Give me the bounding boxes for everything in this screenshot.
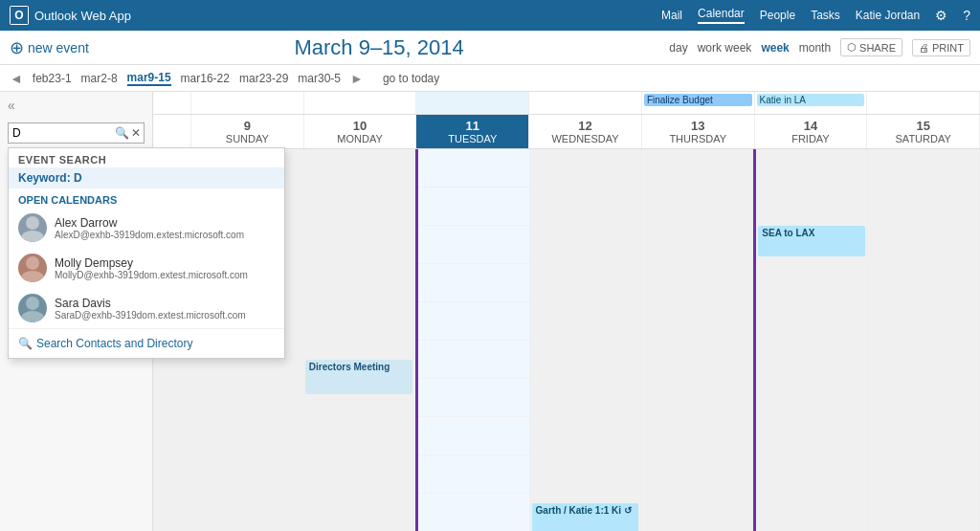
view-day[interactable]: day	[669, 41, 687, 55]
range-mar30[interactable]: mar30-5	[298, 72, 341, 85]
contact-avatar-sara	[18, 294, 47, 322]
view-month[interactable]: month	[799, 41, 831, 55]
go-today-button[interactable]: go to today	[383, 72, 439, 85]
day-col-thursday[interactable]: Marketing Sync Titan Robin Counts Handof…	[641, 149, 753, 531]
svg-point-3	[21, 231, 44, 242]
print-icon: 🖨	[919, 42, 929, 54]
day-num-10: 10	[306, 119, 414, 133]
user-name[interactable]: Katie Jordan	[856, 9, 920, 22]
day-col-saturday[interactable]	[868, 149, 980, 531]
nav-row: ◄ feb23-1 mar2-8 mar9-15 mar16-22 mar23-…	[0, 65, 980, 92]
event-sea-to-lax[interactable]: SEA to LAX	[758, 226, 865, 256]
keyword-value: D	[74, 171, 82, 185]
time-slot-7	[153, 417, 191, 455]
settings-icon[interactable]: ⚙	[935, 8, 947, 23]
contact-alex-darrow[interactable]: Alex Darrow AlexD@exhb-3919dom.extest.mi…	[9, 208, 284, 248]
share-icon: ⬡	[847, 41, 857, 54]
svg-point-2	[26, 216, 39, 230]
range-mar9[interactable]: mar9-15	[127, 71, 171, 86]
prev-arrow[interactable]: ◄	[10, 71, 23, 86]
event-search-label: EVENT SEARCH	[9, 148, 284, 167]
main-layout: « 🔍 ✕ EVENT SEARCH Keyword: D OPEN CALEN…	[0, 92, 980, 531]
contact-email-alex: AlexD@exhb-3919dom.extest.microsoft.com	[55, 230, 244, 240]
allday-event-katie-in-la[interactable]: Katie in LA	[757, 94, 865, 106]
sub-header: ⊕ new event March 9–15, 2014 day work we…	[0, 31, 980, 65]
view-workweek[interactable]: work week	[698, 41, 752, 55]
share-button[interactable]: ⬡ SHARE	[840, 38, 902, 56]
range-feb23[interactable]: feb23-1	[33, 72, 72, 85]
day-col-wednesday[interactable]: Garth / Katie 1:1 Ki ↺ Northwind Team Lu…	[530, 149, 642, 531]
day-header-thursday: 13 THURSDAY	[642, 115, 755, 148]
search-contacts-link[interactable]: 🔍 Search Contacts and Directory	[9, 328, 284, 358]
day-col-friday[interactable]: SEA to LAX Northwind Team Lun Cafe Robin…	[753, 149, 868, 531]
svg-point-6	[26, 297, 39, 310]
contact-molly-dempsey[interactable]: Molly Dempsey MollyD@exhb-3919dom.extest…	[9, 248, 284, 288]
nav-people[interactable]: People	[760, 9, 795, 22]
top-nav: Mail Calendar People Tasks Katie Jordan …	[661, 7, 970, 24]
help-icon[interactable]: ?	[963, 8, 970, 23]
day-num-13: 13	[644, 119, 752, 133]
contact-info-alex: Alex Darrow AlexD@exhb-3919dom.extest.mi…	[55, 216, 244, 240]
calendar-title: March 9–15, 2014	[108, 35, 651, 60]
allday-row: Finalize Budget Katie in LA	[153, 92, 980, 115]
contact-name-sara: Sara Davis	[55, 297, 246, 310]
open-calendars-label: OPEN CALENDARS	[9, 188, 284, 208]
sidebar-collapse-button[interactable]: «	[0, 92, 152, 119]
date-ranges: feb23-1 mar2-8 mar9-15 mar16-22 mar23-29…	[33, 71, 341, 86]
search-clear-icon[interactable]: ✕	[131, 126, 141, 140]
day-label-tuesday: TUESDAY	[448, 133, 497, 144]
search-keyword-row: Keyword: D	[9, 167, 284, 188]
day-num-14: 14	[757, 119, 865, 133]
day-num-11: 11	[418, 119, 526, 133]
allday-friday: Katie in LA	[755, 92, 868, 114]
nav-calendar[interactable]: Calendar	[698, 7, 745, 24]
day-headers: 9 SUNDAY 10 MONDAY 11 TUESDAY 12 WEDNESD…	[153, 115, 980, 149]
search-submit-icon[interactable]: 🔍	[115, 126, 129, 140]
print-button[interactable]: 🖨 PRINT	[912, 39, 970, 56]
day-col-monday[interactable]: Directors Meeting Northwind Team Lun Caf…	[303, 149, 415, 531]
view-controls: day work week week month ⬡ SHARE 🖨 PRINT	[669, 38, 970, 56]
contact-avatar-molly	[18, 254, 47, 282]
allday-thursday: Finalize Budget	[642, 92, 755, 114]
range-mar23[interactable]: mar23-29	[239, 72, 288, 85]
range-mar2[interactable]: mar2-8	[81, 72, 118, 85]
day-label-sunday: SUNDAY	[226, 133, 269, 144]
next-arrow[interactable]: ►	[350, 71, 364, 86]
day-header-wednesday: 12 WEDNESDAY	[529, 115, 642, 148]
app-logo: O	[10, 6, 29, 25]
allday-spacer	[153, 92, 191, 114]
day-num-12: 12	[531, 119, 639, 133]
day-label-friday: FRIDAY	[791, 133, 830, 144]
contact-sara-davis[interactable]: Sara Davis SaraD@exhb-3919dom.extest.mic…	[9, 288, 284, 328]
event-title-sea-lax: SEA to LAX	[762, 228, 861, 238]
day-col-tuesday[interactable]: Lunch with Adam	[415, 149, 530, 531]
app-name: Outlook Web App	[34, 9, 131, 23]
allday-wednesday	[529, 92, 642, 114]
app-branding: O Outlook Web App	[10, 6, 131, 25]
view-week[interactable]: week	[761, 41, 789, 55]
new-event-button[interactable]: ⊕ new event	[10, 37, 89, 58]
day-label-saturday: SATURDAY	[896, 133, 951, 144]
event-directors-meeting[interactable]: Directors Meeting	[305, 360, 412, 394]
search-icon-group: 🔍 ✕	[115, 126, 141, 140]
svg-point-5	[21, 271, 44, 282]
range-mar16[interactable]: mar16-22	[181, 72, 230, 85]
contact-email-molly: MollyD@exhb-3919dom.extest.microsoft.com	[55, 270, 248, 280]
day-header-tuesday: 11 TUESDAY	[416, 115, 529, 148]
contact-name-molly: Molly Dempsey	[55, 256, 248, 270]
svg-text:O: O	[14, 9, 23, 22]
search-contacts-icon: 🔍	[18, 337, 33, 350]
nav-mail[interactable]: Mail	[661, 9, 682, 22]
search-dropdown: EVENT SEARCH Keyword: D OPEN CALENDARS A…	[8, 147, 285, 359]
day-label-wednesday: WEDNESDAY	[551, 133, 618, 144]
event-garth-katie[interactable]: Garth / Katie 1:1 Ki ↺	[532, 503, 639, 531]
day-header-saturday: 15 SATURDAY	[867, 115, 980, 148]
allday-event-finalize-budget[interactable]: Finalize Budget	[644, 94, 752, 106]
plus-icon: ⊕	[10, 37, 24, 58]
svg-point-7	[21, 311, 44, 322]
nav-tasks[interactable]: Tasks	[811, 9, 840, 22]
share-label: SHARE	[859, 42, 896, 54]
time-slot-6	[153, 379, 191, 417]
event-title-directors: Directors Meeting	[309, 362, 409, 372]
contact-avatar-alex	[18, 213, 47, 242]
